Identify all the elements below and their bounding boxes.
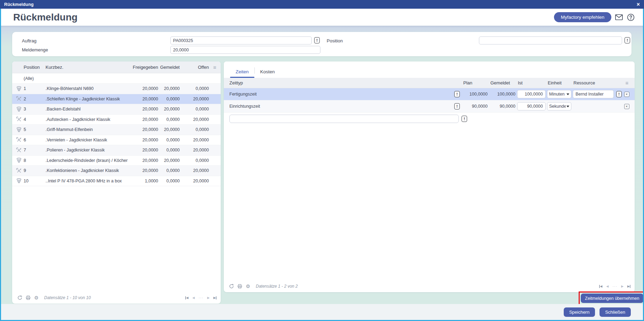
header-actions: Myfactory empfehlen [554, 12, 635, 22]
delete-row-icon[interactable]: × [624, 92, 629, 97]
settings-gear-icon[interactable]: ⚙ [34, 295, 39, 301]
position-input[interactable] [479, 36, 622, 44]
more-pages-icon[interactable]: ··· [612, 284, 617, 288]
print-icon[interactable] [25, 295, 31, 301]
col-gemeldet[interactable]: Gemeldet [158, 65, 180, 70]
detail-panel: Zeiten Kosten Zeittyp Plan Gemeldet Ist … [224, 61, 635, 292]
page-title: Rückmeldung [13, 12, 78, 23]
recommend-button[interactable]: Myfactory empfehlen [554, 12, 611, 22]
tools-icon [12, 137, 22, 143]
col-position[interactable]: Position [22, 65, 46, 70]
window-title: Rückmeldung [4, 2, 34, 7]
col-einheit[interactable]: Einheit [548, 80, 572, 85]
more-pages-icon[interactable]: ··· [198, 296, 203, 300]
position-detail-button[interactable]: ! [625, 37, 630, 43]
settings-gear-icon[interactable]: ⚙ [245, 284, 251, 289]
table-row[interactable]: 10 ..Intel P IV 478-PGA 2800 MHz in a bo… [12, 176, 221, 187]
column-menu-icon[interactable]: ≡ [209, 65, 221, 70]
pagination: ◀ ◀ ··· ▶ ▶ [599, 284, 630, 288]
time-row-selected[interactable]: Fertigungszeit ! 100,0000 100,0000 Minut… [224, 88, 635, 100]
table-row-selected[interactable]: 2 .Schleifen Klinge - Jagdknicker Klassi… [12, 94, 221, 105]
tools-icon [12, 168, 22, 174]
filter-all[interactable]: (Alle) [22, 76, 128, 81]
material-icon [12, 127, 22, 133]
table-row[interactable]: 1 .Klinge-Böhlerstahl N690 20,0000 20,00… [12, 84, 221, 94]
col-zeittyp[interactable]: Zeittyp [229, 80, 455, 85]
ist-input[interactable] [517, 102, 546, 110]
prev-page-icon[interactable]: ◀ [606, 285, 609, 288]
table-row[interactable]: 7 .Polieren - Jagdknicker Klassik 20,000… [12, 145, 221, 156]
new-row-detail-button[interactable]: ! [462, 116, 467, 122]
auftrag-label: Auftrag [22, 38, 36, 43]
page-header: Rückmeldung Myfactory empfehlen [0, 9, 644, 26]
refresh-icon[interactable] [17, 295, 22, 301]
table-row[interactable]: 3 .Backen-Edelstahl 20,0000 20,0000 0,00… [12, 104, 221, 115]
detail-tabs: Zeiten Kosten [224, 61, 635, 78]
chevron-down-icon [566, 106, 569, 107]
material-icon [12, 157, 22, 163]
col-gemeldet[interactable]: Gemeldet [488, 80, 516, 85]
apply-highlight-box: Zeitmeldungen übernehmen [579, 291, 644, 305]
material-icon [12, 86, 22, 92]
new-time-row: ! [224, 113, 635, 125]
save-button[interactable]: Speichern [564, 307, 595, 317]
auftrag-input[interactable] [170, 36, 312, 44]
row-detail-button[interactable]: ! [454, 91, 460, 97]
content-area: Auftrag ! Position ! Meldemenge Position… [0, 26, 644, 321]
tools-icon [12, 147, 22, 153]
einheit-select[interactable]: Minuten [547, 90, 571, 98]
times-table-header: Zeittyp Plan Gemeldet Ist Einheit Ressou… [224, 78, 635, 88]
first-page-icon[interactable]: ◀ [599, 285, 602, 288]
ressource-detail-button[interactable]: ! [616, 91, 622, 97]
table-row[interactable]: 4 .Aufstecken - Jagdknicker Klassik 20,0… [12, 115, 221, 125]
col-ist[interactable]: Ist [518, 80, 546, 85]
help-icon[interactable] [627, 13, 635, 22]
position-label: Position [327, 38, 343, 43]
ist-input[interactable] [517, 90, 546, 98]
envelope-icon[interactable] [615, 13, 623, 22]
col-plan[interactable]: Plan [463, 80, 488, 85]
new-zeittyp-input[interactable] [229, 115, 459, 123]
first-page-icon[interactable]: ◀ [185, 296, 188, 299]
refresh-icon[interactable] [229, 284, 234, 289]
print-icon[interactable] [237, 284, 242, 289]
bottom-action-bar: Speichern Schließen [1, 304, 643, 320]
last-page-icon[interactable]: ▶ [627, 285, 630, 288]
next-page-icon[interactable]: ▶ [207, 296, 210, 299]
row-detail-button[interactable]: ! [454, 103, 460, 109]
pagination: ◀ ◀ ··· ▶ ▶ [185, 296, 217, 300]
tab-kosten[interactable]: Kosten [255, 69, 280, 78]
table-row[interactable]: 8 .Lederscheide-Rindsleder (braun) / Köc… [12, 156, 221, 166]
table-row[interactable]: 5 .Griff-Mammut-Elfenbein 20,0000 20,000… [12, 125, 221, 135]
window-titlebar: Rückmeldung × [0, 0, 644, 9]
filter-row[interactable]: (Alle) [12, 73, 221, 84]
col-offen[interactable]: Offen [180, 65, 209, 70]
tab-zeiten[interactable]: Zeiten [230, 69, 254, 78]
rueckmeldung-window: Rückmeldung × Rückmeldung Myfactory empf… [0, 0, 644, 321]
close-button[interactable]: Schließen [600, 307, 631, 317]
delete-row-icon[interactable]: × [624, 104, 629, 109]
time-row[interactable]: Einrichtungszeit ! 90,0000 90,0000 Sekun… [224, 100, 635, 113]
auftrag-detail-button[interactable]: ! [314, 37, 320, 43]
chevron-down-icon [566, 93, 569, 95]
col-ressource[interactable]: Ressource [573, 80, 614, 85]
tools-icon [12, 116, 22, 122]
meldemenge-input[interactable] [170, 46, 320, 54]
apply-times-button[interactable]: Zeitmeldungen übernehmen [581, 294, 643, 303]
window-close-icon[interactable]: × [637, 2, 640, 7]
table-row[interactable]: 9 .Konfektionieren - Jagdknicker Klassik… [12, 166, 221, 176]
column-menu-icon[interactable]: ≡ [626, 80, 629, 85]
col-freigegeben[interactable]: Freigegeben [128, 65, 158, 70]
last-page-icon[interactable]: ▶ [213, 296, 217, 299]
times-footer: ⚙ Datensätze 1 - 2 von 2 ◀ ◀ ··· ▶ ▶ [224, 282, 635, 292]
einheit-select[interactable]: Sekunden [547, 102, 571, 110]
record-count: Datensätze 1 - 2 von 2 [256, 284, 298, 289]
next-page-icon[interactable]: ▶ [621, 285, 623, 288]
ressource-input[interactable] [573, 90, 614, 98]
material-icon [12, 106, 22, 112]
table-row[interactable]: 6 .Vernieten - Jagdknicker Klassik 20,00… [12, 135, 221, 146]
prev-page-icon[interactable]: ◀ [192, 296, 195, 299]
meldemenge-label: Meldemenge [22, 47, 48, 52]
col-kurzbez[interactable]: Kurzbez. [46, 65, 128, 70]
record-count: Datensätze 1 - 10 von 10 [44, 295, 91, 300]
